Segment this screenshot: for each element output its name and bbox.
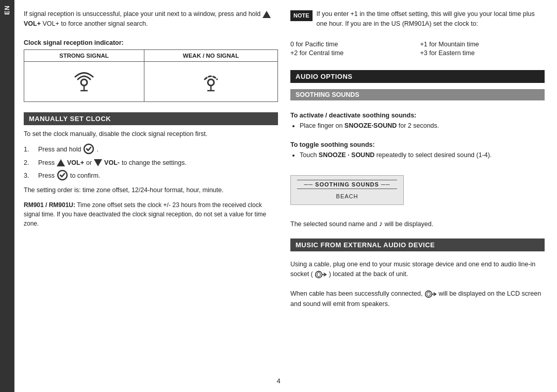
music-note-icon: ♪ xyxy=(379,219,383,228)
signal-col-strong: STRONG SIGNAL xyxy=(24,49,144,61)
step-2-row: 2. Press VOL+ or VOL- to change the sett… xyxy=(24,159,278,166)
step-2-post: to change the settings. xyxy=(122,159,187,166)
main-content: If signal reception is unsuccessful, pla… xyxy=(14,0,557,392)
toggle-label: To toggle soothing sounds: xyxy=(290,141,545,148)
right-column: NOTE If you enter +1 in the time offset … xyxy=(290,9,545,383)
signal-table: STRONG SIGNAL WEAK / NO SIGNAL xyxy=(24,49,278,102)
manually-set-clock-body: To set the clock manually, disable the c… xyxy=(24,129,278,139)
display-note-pre: The selected sound name and xyxy=(290,220,377,228)
step-3-press: Press xyxy=(38,172,55,179)
central-time: +2 for Central time xyxy=(290,49,415,57)
svg-point-0 xyxy=(81,79,87,86)
audio-in-icon xyxy=(315,271,329,278)
toggle-list: Touch SNOOZE · SOUND repeatedly to selec… xyxy=(290,150,545,160)
step-3-icon xyxy=(57,169,68,182)
rm901-note: RM901 / RM901U: Time zone offset sets th… xyxy=(24,200,278,228)
pacific-time: 0 for Pacific time xyxy=(290,41,415,48)
activate-list: Place finger on SNOOZE·SOUND for 2 secon… xyxy=(290,121,545,131)
intro-text-1: If signal reception is unsuccessful, pla… xyxy=(24,10,260,18)
note-text: If you enter +1 in the time offset setti… xyxy=(317,9,545,29)
step-3-row: 3. Press to confirm. xyxy=(24,169,278,182)
setting-order-text: The setting order is: time zone offset, … xyxy=(24,185,278,195)
intro-vol-plus: VOL+ xyxy=(24,20,41,27)
rm901-label: RM901 / RM901U: xyxy=(24,201,75,209)
step-2-vol-plus: VOL+ xyxy=(67,159,84,166)
page-number: 4 xyxy=(276,377,280,385)
step-1-text: Press and hold xyxy=(38,146,81,153)
step-1-row: 1. Press and hold . xyxy=(24,143,278,156)
soothing-sounds-header: SOOTHING SOUNDS xyxy=(290,89,545,100)
side-tab: EN xyxy=(0,0,14,392)
music-external-text1: Using a cable, plug one end to your musi… xyxy=(290,260,545,280)
sounds-display-item: BEACH xyxy=(336,192,358,200)
left-column: If signal reception is unsuccessful, pla… xyxy=(24,9,278,383)
side-tab-label: EN xyxy=(4,5,11,15)
activate-label: To activate / deactivate soothing sounds… xyxy=(290,112,545,119)
weak-signal-icon xyxy=(198,68,224,94)
signal-col-weak: WEAK / NO SIGNAL xyxy=(144,49,277,61)
music-ext-text1-post: ) located at the back of unit. xyxy=(329,271,408,278)
toggle-section: To toggle soothing sounds: Touch SNOOZE … xyxy=(290,138,545,162)
vol-up-triangle-icon xyxy=(57,159,65,166)
note-box: NOTE If you enter +1 in the time offset … xyxy=(290,9,545,29)
music-external-header: MUSIC FROM EXTERNAL AUDIO DEVICE xyxy=(290,238,545,251)
signal-section: Clock signal reception indicator: STRONG… xyxy=(24,39,278,102)
signal-section-label: Clock signal reception indicator: xyxy=(24,39,278,46)
sounds-display-title: ── SOOTHING SOUNDS ── xyxy=(297,180,397,189)
sounds-display-row: ── SOOTHING SOUNDS ── BEACH xyxy=(290,171,545,209)
step-2-or: or xyxy=(86,159,92,166)
svg-point-9 xyxy=(317,272,320,277)
music-external-text2: When cable has been successfully connect… xyxy=(290,289,545,309)
activate-bullet: Place finger on SNOOZE·SOUND for 2 secon… xyxy=(300,121,545,131)
step-1-num: 1. xyxy=(24,146,36,153)
step-1-period: . xyxy=(96,146,98,153)
audio-in-icon-2 xyxy=(424,291,438,298)
intro-text-2: VOL+ to force another signal search. xyxy=(42,20,148,27)
display-note-post: will be displayed. xyxy=(385,220,434,228)
activate-section: To activate / deactivate soothing sounds… xyxy=(290,109,545,133)
manually-set-clock-header: MANUALLY SET CLOCK xyxy=(24,112,278,125)
snooze-sound-bold-1: SNOOZE·SOUND xyxy=(345,122,397,129)
step-3-post: to confirm. xyxy=(70,172,100,179)
vol-plus-triangle xyxy=(263,10,271,18)
signal-icon-weak-cell xyxy=(144,61,277,101)
audio-options-header: AUDIO OPTIONS xyxy=(290,70,545,83)
vol-down-triangle-icon xyxy=(94,159,102,166)
display-note: The selected sound name and ♪ will be di… xyxy=(290,217,545,229)
mountain-time: +1 for Mountain time xyxy=(420,41,545,48)
intro-paragraph: If signal reception is unsuccessful, pla… xyxy=(24,9,278,29)
step-3-num: 3. xyxy=(24,172,36,179)
svg-point-12 xyxy=(427,292,430,296)
sounds-display-box: ── SOOTHING SOUNDS ── BEACH xyxy=(290,175,404,205)
eastern-time: +3 for Eastern time xyxy=(420,49,545,57)
note-label: NOTE xyxy=(290,10,313,21)
time-offset-grid: 0 for Pacific time +1 for Mountain time … xyxy=(290,41,545,57)
toggle-bullet: Touch SNOOZE · SOUND repeatedly to selec… xyxy=(300,150,545,160)
signal-icon-strong-cell xyxy=(24,61,144,101)
snooze-sound-bold-2: SNOOZE · SOUND xyxy=(319,151,374,159)
step-1-icon xyxy=(83,143,94,156)
step-2-vol-minus: VOL- xyxy=(104,159,120,166)
manually-set-clock-section: MANUALLY SET CLOCK To set the clock manu… xyxy=(24,108,278,229)
svg-point-3 xyxy=(208,79,214,86)
page-container: EN If signal reception is unsuccessful, … xyxy=(0,0,557,392)
music-ext-text2-pre: When cable has been successfully connect… xyxy=(290,291,422,298)
step-2-num: 2. xyxy=(24,159,36,166)
strong-signal-icon xyxy=(71,68,97,94)
step-2-press: Press xyxy=(38,159,55,166)
